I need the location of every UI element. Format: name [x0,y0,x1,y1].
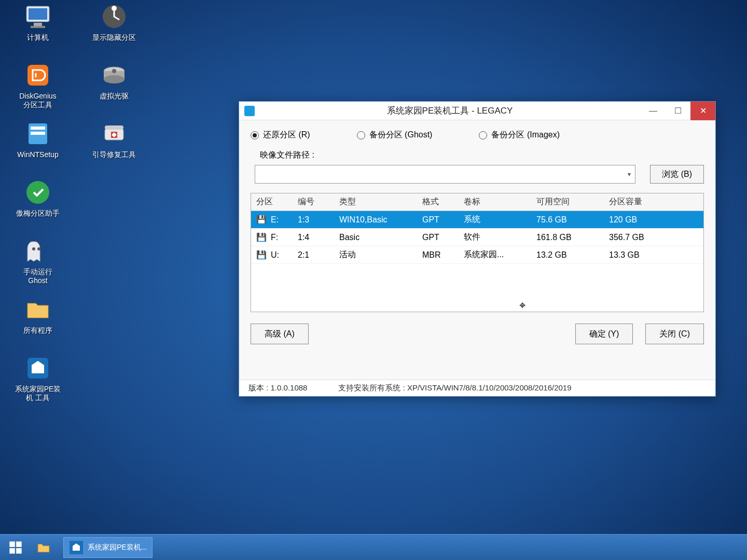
close-dialog-button[interactable]: 关闭 (C) [645,324,704,344]
table-row[interactable]: 💾E:1:3WIN10,BasicGPT系统75.6 GB120 GB [251,211,703,229]
boot-repair-icon-img [100,119,129,148]
virtual-drive-icon-img [100,61,129,90]
window-title: 系统家园PE装机工具 - LEGACY [259,105,641,117]
radio-backup-imagex[interactable]: 备份分区 (Imagex) [479,130,560,141]
taskbar-explorer[interactable] [31,537,60,558]
svg-rect-3 [31,26,45,28]
start-button[interactable] [3,537,28,558]
svg-rect-1 [29,8,47,20]
all-programs-icon[interactable]: 所有程序 [4,293,72,347]
radio-restore[interactable]: 还原分区 (R) [251,130,310,141]
winntsetup-icon[interactable]: WinNTSetup [4,117,72,172]
pe-tool-task-icon [69,540,84,555]
radio-icon [357,131,365,139]
svg-rect-6 [31,127,45,130]
maximize-button[interactable]: ☐ [666,102,690,120]
all-programs-icon-img [23,295,52,324]
icon-label: 所有程序 [23,326,52,335]
icon-label: WinNTSetup [17,150,58,159]
app-icon [244,106,255,116]
partition-table: 分区 编号 类型 格式 卷标 可用空间 分区容量 💾E:1:3WIN10,Bas… [251,193,704,312]
taskbar-pe-tool[interactable]: 系统家园PE装机... [63,537,153,558]
icon-label: 手动运行Ghost [23,268,52,285]
drive-icon: 💾 [256,232,269,241]
radio-icon [251,131,259,139]
close-button[interactable]: ✕ [690,102,715,120]
pe-tool-icon[interactable]: 系统家园PE装机 工具 [4,352,72,406]
svg-rect-24 [16,541,21,547]
table-row[interactable]: 💾U:2:1活动MBR系统家园...13.2 GB13.3 GB [251,246,703,264]
svg-point-8 [26,181,49,204]
pe-tool-window: 系统家园PE装机工具 - LEGACY — ☐ ✕ 还原分区 (R) 备份分区 … [239,101,716,397]
svg-rect-23 [9,541,15,547]
path-label: 映像文件路径 : [260,150,314,161]
cursor-icon: ⌖ [519,299,525,312]
icon-label: 傲梅分区助手 [16,209,60,218]
table-row[interactable]: 💾F:1:4BasicGPT软件161.8 GB356.7 GB [251,229,703,246]
aomei-icon-img [23,178,52,207]
browse-button[interactable]: 浏览 (B) [650,165,704,184]
svg-point-16 [104,75,125,83]
pe-tool-icon-img [23,354,52,383]
ghost-icon-img [23,236,52,265]
svg-rect-22 [112,134,116,136]
taskbar: 系统家园PE装机... [0,534,747,560]
minimize-button[interactable]: — [641,102,666,120]
icon-label: 系统家园PE装机 工具 [15,385,61,402]
svg-rect-7 [31,132,45,135]
ok-button[interactable]: 确定 (Y) [575,324,633,344]
svg-rect-26 [16,548,21,554]
statusbar: 版本 : 1.0.0.1088 支持安装所有系统 : XP/VISTA/WIN7… [239,380,715,396]
table-header: 分区 编号 类型 格式 卷标 可用空间 分区容量 [251,193,703,211]
diskgenius-icon[interactable]: DiskGenius分区工具 [4,59,72,113]
show-hidden-icon[interactable]: 显示隐藏分区 [80,0,148,54]
computer-icon[interactable]: 计算机 [4,0,72,54]
icon-label: 虚拟光驱 [100,92,129,101]
svg-point-10 [37,247,40,250]
svg-rect-2 [34,23,42,26]
icon-label: 显示隐藏分区 [92,33,136,42]
ghost-icon[interactable]: 手动运行Ghost [4,234,72,289]
icon-label: 引导修复工具 [92,150,136,159]
titlebar[interactable]: 系统家园PE装机工具 - LEGACY — ☐ ✕ [239,102,715,120]
icon-label: 计算机 [27,33,49,42]
show-hidden-icon-img [100,2,129,31]
svg-rect-19 [105,125,123,130]
image-path-combo[interactable]: ▾ [255,165,635,184]
radio-icon [479,131,487,139]
desktop-col-2: 显示隐藏分区虚拟光驱引导修复工具 [80,0,148,176]
svg-point-13 [112,6,117,11]
svg-point-9 [32,247,35,250]
svg-rect-25 [9,548,15,554]
desktop-col-1: 计算机DiskGenius分区工具WinNTSetup傲梅分区助手手动运行Gho… [4,0,72,410]
radio-backup-ghost[interactable]: 备份分区 (Ghost) [357,130,433,141]
virtual-drive-icon[interactable]: 虚拟光驱 [80,59,148,113]
icon-label: DiskGenius分区工具 [19,92,57,109]
boot-repair-icon[interactable]: 引导修复工具 [80,117,148,172]
winntsetup-icon-img [23,119,52,148]
chevron-down-icon: ▾ [628,171,631,178]
advanced-button[interactable]: 高级 (A) [251,324,309,344]
folder-icon [36,540,51,555]
diskgenius-icon-img [23,61,52,90]
drive-icon: 💾 [256,250,269,258]
aomei-icon[interactable]: 傲梅分区助手 [4,176,72,230]
svg-point-17 [112,69,116,73]
drive-icon: 💾 [256,215,269,223]
computer-icon-img [23,2,52,31]
